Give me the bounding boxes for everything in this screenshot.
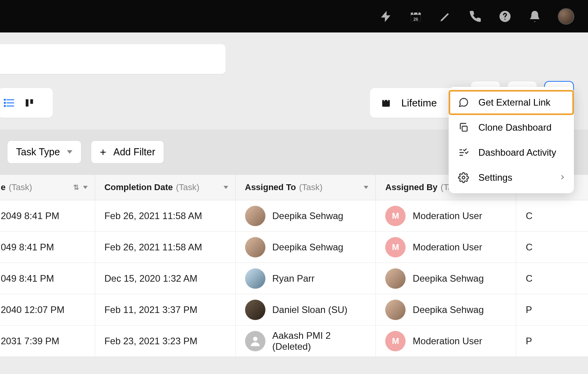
svg-point-7 [4,102,5,104]
table-row[interactable]: 2049 8:41 PMFeb 26, 2021 11:58 AMDeepika… [0,200,588,232]
cell-status: C [516,200,588,231]
svg-point-13 [462,176,465,179]
cell-time: 049 8:41 PM [0,263,95,294]
user-avatar[interactable] [558,8,574,25]
cell-time: 2040 12:07 PM [0,294,95,325]
user-name: Aakash PMI 2 (Deleted) [272,330,366,352]
list-view-icon[interactable] [3,97,15,109]
user-name: Deepika Sehwag [272,210,343,221]
menu-clone-dashboard[interactable]: Clone Dashboard [449,115,574,140]
user-name: Ryan Parr [272,273,315,284]
clone-icon [458,122,469,133]
svg-point-8 [4,106,5,107]
cell-assigned-by: MModeration User [376,200,516,231]
cell-assigned-by: Deepika Sehwag [376,263,516,294]
avatar: M [385,331,406,351]
svg-rect-10 [30,99,33,104]
date-range-label: Lifetime [401,97,437,109]
column-header[interactable]: Completion Date(Task) [95,175,236,200]
user-name: Deepika Sehwag [272,242,343,253]
menu-label: Dashboard Activity [478,147,556,158]
cell-status: C [516,263,588,294]
cell-completion: Feb 11, 2021 3:37 PM [95,294,236,325]
menu-dashboard-activity[interactable]: Dashboard Activity [449,140,574,165]
add-filter-button[interactable]: + Add Filter [91,140,164,164]
bolt-icon[interactable] [379,10,393,23]
svg-rect-12 [462,126,467,131]
cell-assigned-to: Deepika Sehwag [236,200,376,231]
column-header[interactable]: e(Task) ⇅ [0,175,95,200]
column-header[interactable]: Assigned To(Task) [236,175,376,200]
cell-assigned-to: Aakash PMI 2 (Deleted) [236,325,376,356]
sort-icon: ⇅ [73,183,79,192]
user-name: Daniel Sloan (SU) [272,304,348,315]
cell-assigned-by: MModeration User [376,232,516,263]
edit-icon[interactable] [439,10,452,23]
avatar [385,268,406,289]
svg-rect-9 [26,99,29,107]
user-name: Deepika Sehwag [413,273,483,284]
avatar: M [385,237,406,257]
filter-label: Add Filter [113,146,155,158]
board-view-icon[interactable] [24,97,35,108]
date-range-button[interactable]: Lifetime [370,88,456,118]
svg-point-6 [4,99,5,101]
svg-rect-11 [382,100,390,106]
bell-icon[interactable] [528,10,541,23]
user-name: Moderation User [413,210,482,221]
task-type-filter[interactable]: Task Type [7,140,81,164]
avatar [245,300,265,320]
phone-icon[interactable] [469,10,482,23]
table-row[interactable]: 2031 7:39 PMFeb 23, 2021 3:23 PMAakash P… [0,325,588,357]
cell-assigned-to: Deepika Sehwag [236,232,376,263]
more-menu-dropdown: Get External Link Clone Dashboard Dashbo… [449,87,574,193]
user-name: Moderation User [413,242,482,253]
cell-completion: Feb 26, 2021 11:58 AM [95,232,236,263]
calendar-day-label: 26 [413,17,418,22]
cell-time: 2049 8:41 PM [0,200,95,231]
view-toggle[interactable] [0,88,53,118]
activity-icon [458,147,469,158]
cell-assigned-to: Ryan Parr [236,263,376,294]
task-table: e(Task) ⇅ Completion Date(Task) Assigned… [0,174,588,357]
avatar [385,300,406,320]
chevron-down-icon [83,186,88,189]
avatar [245,268,265,289]
search-input[interactable] [0,44,225,74]
chevron-down-icon [364,186,368,189]
table-row[interactable]: 049 8:41 PMFeb 26, 2021 11:58 AMDeepika … [0,232,588,263]
menu-label: Get External Link [478,97,550,108]
table-row[interactable]: 2040 12:07 PMFeb 11, 2021 3:37 PMDaniel … [0,294,588,325]
help-icon[interactable] [498,10,512,23]
plus-icon: + [100,147,106,158]
user-name: Moderation User [413,336,482,347]
cell-assigned-by: Deepika Sehwag [376,294,516,325]
menu-settings[interactable]: Settings [449,165,574,190]
menu-label: Settings [478,172,512,183]
menu-label: Clone Dashboard [478,122,552,133]
calendar-icon[interactable]: 26 [409,10,422,23]
cell-status: P [516,294,588,325]
cell-assigned-to: Daniel Sloan (SU) [236,294,376,325]
cell-completion: Feb 26, 2021 11:58 AM [95,200,236,231]
chevron-down-icon [224,186,228,189]
avatar [245,237,265,257]
avatar: M [385,206,406,226]
cell-completion: Feb 23, 2021 3:23 PM [95,325,236,356]
chevron-down-icon [67,150,72,154]
cell-assigned-by: MModeration User [376,325,516,356]
user-name: Deepika Sehwag [413,304,483,315]
chevron-right-icon [559,172,566,183]
svg-point-14 [253,336,257,341]
cell-completion: Dec 15, 2020 1:32 AM [95,263,236,294]
app-header: 26 [0,0,588,32]
table-row[interactable]: 049 8:41 PMDec 15, 2020 1:32 AMRyan Parr… [0,263,588,294]
menu-get-external-link[interactable]: Get External Link [449,90,574,115]
cell-time: 2031 7:39 PM [0,325,95,356]
cell-status: C [516,232,588,263]
calendar-icon [381,98,391,108]
cell-time: 049 8:41 PM [0,232,95,263]
cell-status: P [516,325,588,356]
avatar [245,331,265,351]
filter-label: Task Type [16,146,60,158]
